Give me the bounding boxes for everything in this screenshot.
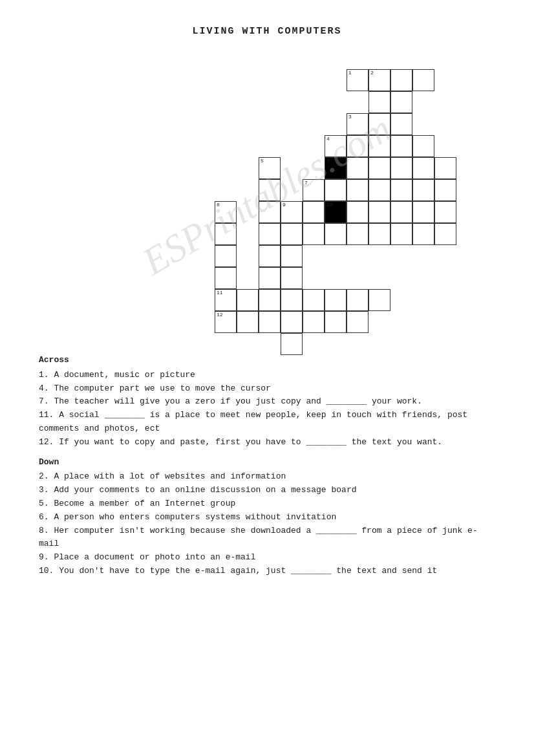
crossword-cell-11-0 (390, 69, 412, 91)
crossword-cell-13-4 (434, 157, 456, 179)
crossword-cell-10-10 (368, 289, 390, 311)
down-clue-3: 3. Add your comments to an online discus… (39, 484, 495, 497)
crossword-cell-12-4 (412, 157, 434, 179)
crossword-cell-6-6: 9 (281, 201, 303, 223)
crossword-cell-6-7 (281, 223, 303, 245)
page-title: LIVING WITH COMPUTERS (39, 26, 495, 37)
crossword-cell-5-6 (259, 201, 281, 223)
crossword-cell-6-11 (281, 311, 303, 333)
crossword-cell-12-3 (412, 135, 434, 157)
crossword-cell-10-2 (368, 113, 390, 135)
crossword-cell-3-7 (215, 223, 237, 245)
crossword-cell-13-5 (434, 179, 456, 201)
crossword-cell-9-11 (347, 311, 368, 333)
crossword-cell-10-6 (368, 201, 390, 223)
crossword-cell-9-10 (347, 289, 368, 311)
crossword-cell-12-7 (412, 223, 434, 245)
clues-section: Across 1. A document, music or picture 4… (39, 354, 495, 578)
across-clue-1: 1. A document, music or picture (39, 369, 495, 382)
crossword-cell-3-6: 8 (215, 201, 237, 223)
across-clue-4: 4. The computer part we use to move the … (39, 382, 495, 396)
crossword-cell-7-5: 7 (303, 179, 325, 201)
crossword-cell-3-8 (215, 245, 237, 267)
crossword-cell-11-7 (390, 223, 412, 245)
crossword-cell-5-4: 5 (259, 157, 281, 179)
crossword-cell-11-1 (390, 91, 412, 113)
down-clue-5: 5. Become a member of an Internet group (39, 497, 495, 511)
crossword-cell-8-5 (325, 179, 347, 201)
crossword-cell-3-10: 11 (215, 289, 237, 311)
down-heading: Down (39, 456, 495, 470)
crossword-cell-9-0: 1 (347, 69, 368, 91)
crossword-cell-10-4 (368, 157, 390, 179)
down-clue-2: 2. A place with a lot of websites and in… (39, 470, 495, 484)
crossword-cell-7-7 (303, 223, 325, 245)
down-clue-9: 9. Place a document or photo into an e-m… (39, 551, 495, 565)
crossword-cell-9-4 (347, 157, 368, 179)
crossword-cell-5-7 (259, 223, 281, 245)
crossword-cell-8-10 (325, 289, 347, 311)
crossword-cell-5-9 (259, 267, 281, 289)
crossword-cell-11-4 (390, 157, 412, 179)
crossword-cell-11-2 (390, 113, 412, 135)
crossword-cell-13-7 (434, 223, 456, 245)
crossword-cell-11-6 (390, 201, 412, 223)
down-clue-10: 10. You don't have to type the e-mail ag… (39, 565, 495, 578)
across-heading: Across (39, 354, 495, 367)
crossword-cell-8-7 (325, 223, 347, 245)
crossword-cell-10-3 (368, 135, 390, 157)
crossword-cell-13-6 (434, 201, 456, 223)
crossword-cell-6-12 (281, 333, 303, 355)
crossword-cell-9-3 (347, 135, 368, 157)
crossword-cell-8-6: 10 (325, 201, 347, 223)
crossword-cell-10-7 (368, 223, 390, 245)
crossword-cell-8-4: 6 (325, 157, 347, 179)
crossword-cell-4-10 (237, 289, 259, 311)
crossword-cell-6-10 (281, 289, 303, 311)
crossword-cell-7-6 (303, 201, 325, 223)
crossword-cell-4-11 (237, 311, 259, 333)
crossword-cell-10-0: 2 (368, 69, 390, 91)
crossword-area: ESPrintables.com /* Each cell is 34x34 w… (39, 56, 495, 334)
crossword-cell-3-9 (215, 267, 237, 289)
across-clue-7: 7. The teacher will give you a zero if y… (39, 395, 495, 409)
crossword-cell-7-10 (303, 289, 325, 311)
crossword-cell-5-5 (259, 179, 281, 201)
crossword-cell-8-11 (325, 311, 347, 333)
crossword-cell-8-3: 4 (325, 135, 347, 157)
crossword-cell-6-9 (281, 267, 303, 289)
crossword-cell-10-1 (368, 91, 390, 113)
crossword-cell-11-3 (390, 135, 412, 157)
crossword-cell-12-6 (412, 201, 434, 223)
crossword-cell-9-5 (347, 179, 368, 201)
crossword-cell-5-11 (259, 311, 281, 333)
across-clue-12: 12. If you want to copy and paste, first… (39, 436, 495, 449)
crossword-cell-6-8 (281, 245, 303, 267)
down-clue-8: 8. Her computer isn't working because sh… (39, 524, 495, 552)
crossword-cell-5-8 (259, 245, 281, 267)
crossword-cell-11-5 (390, 179, 412, 201)
crossword-cell-12-0 (412, 69, 434, 91)
crossword-cell-9-6 (347, 201, 368, 223)
crossword-cell-9-7 (347, 223, 368, 245)
crossword-cell-5-10 (259, 289, 281, 311)
crossword-cell-12-5 (412, 179, 434, 201)
across-clue-11: 11. A social ________ is a place to meet… (39, 409, 495, 436)
crossword-cell-10-5 (368, 179, 390, 201)
down-clue-6: 6. A person who enters computers systems… (39, 511, 495, 524)
crossword-cell-9-2: 3 (347, 113, 368, 135)
crossword-cell-7-11 (303, 311, 325, 333)
crossword-cell-3-11: 12 (215, 311, 237, 333)
